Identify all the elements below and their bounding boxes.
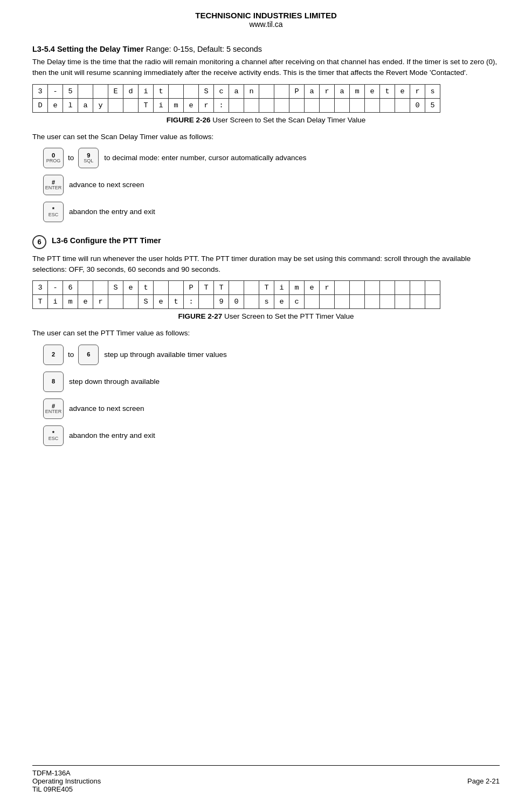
l35-lcd-display: 3 - 5 E d i t S c a n P a r a (32, 84, 440, 113)
l35-body1: The Delay time is the time that the radi… (32, 57, 500, 79)
key-prog-label: PROG (46, 159, 61, 164)
l35-heading: L3-5.4 Setting the Delay Timer Range: 0-… (32, 45, 500, 53)
footer-left: TDFM-136A Operating Instructions TiL 09R… (32, 769, 101, 793)
key-esc-label: ESC (49, 212, 59, 218)
key-2[interactable]: 2 (43, 345, 64, 365)
section-l36: 6 L3-6 Configure the PTT Timer The PTT t… (32, 235, 500, 446)
key-8-label: 8 (52, 378, 55, 384)
footer-page: Page 2-21 (467, 777, 500, 785)
l35-figure-text: User Screen to Set the Scan Delay Timer … (210, 116, 365, 124)
lcd-row2: D e l a y T i m e r : (33, 98, 440, 112)
l36-star-desc: abandon the entry and exit (69, 431, 155, 439)
lcd-row1: 3 - 5 E d i t S c a n P a r a (33, 84, 440, 98)
key-0-prog[interactable]: 0 PROG (43, 148, 64, 168)
l36-key-row-star: * ESC abandon the entry and exit (43, 425, 500, 446)
l36-key-star-esc[interactable]: * ESC (43, 425, 64, 446)
page-footer: TDFM-136A Operating Instructions TiL 09R… (32, 765, 500, 793)
l35-figure-caption: FIGURE 2-26 User Screen to Set the Scan … (32, 116, 500, 124)
l35-key-row-hash: # ENTER advance to next screen (43, 175, 500, 195)
lcd-row2: T i m e r S e t : 9 0 s e c (33, 295, 440, 309)
key-enter-label: ENTER (45, 185, 62, 191)
key-2-label: 2 (52, 351, 55, 358)
l36-figure-caption: FIGURE 2-27 User Screen to Set the PTT T… (32, 312, 500, 320)
l36-key-hash-enter[interactable]: # ENTER (43, 398, 64, 419)
l36-key-enter-label: ENTER (45, 409, 62, 415)
key-sql-label: SQL (84, 159, 93, 164)
l36-key-star-label: * (52, 430, 54, 436)
lcd-row1: 3 - 6 S e t P T T T i m e r (33, 281, 440, 295)
to-text-1: to (68, 154, 74, 162)
l36-user-can-set: The user can set the PTT Timer value as … (32, 328, 500, 339)
l36-heading: L3-6 Configure the PTT Timer (52, 236, 161, 245)
company-name: TECHNISONIC INDUSTRIES LIMITED (32, 11, 500, 20)
l36-body1: The PTT time will run whenever the user … (32, 253, 500, 276)
l36-circle-num: 6 (32, 235, 46, 249)
website: www.til.ca (32, 20, 500, 29)
key-star-esc[interactable]: * ESC (43, 202, 64, 222)
footer-part: TiL 09RE405 (32, 785, 101, 793)
key-6-label: 6 (87, 351, 90, 358)
l36-key-row-8: 8 step down through available (43, 372, 500, 392)
l36-key-hash-label: # (52, 403, 55, 409)
key-6[interactable]: 6 (78, 345, 99, 365)
footer-model: TDFM-136A (32, 769, 101, 777)
l36-figure-label: FIGURE 2-27 (178, 312, 223, 320)
l36-key-row-2-6: 2 to 6 step up through available timer v… (43, 345, 500, 365)
l35-heading-normal: Range: 0-15s, Default: 5 seconds (144, 45, 262, 53)
l36-figure-text: User Screen to Set the PTT Timer Value (222, 312, 354, 320)
section-l35: L3-5.4 Setting the Delay Timer Range: 0-… (32, 45, 500, 222)
l35-figure-label: FIGURE 2-26 (167, 116, 211, 124)
key-8[interactable]: 8 (43, 372, 64, 392)
l36-key-row-hash: # ENTER advance to next screen (43, 398, 500, 419)
l35-key-row-0-9: 0 PROG to 9 SQL to decimal mode: enter n… (43, 148, 500, 168)
l36-key-esc-label: ESC (49, 436, 59, 442)
l35-key-0-9-desc: to decimal mode: enter number, cursor au… (104, 154, 306, 162)
key-hash-enter[interactable]: # ENTER (43, 175, 64, 195)
l35-star-desc: abandon the entry and exit (69, 208, 155, 216)
l35-user-can-set: The user can set the Scan Delay Timer va… (32, 132, 500, 142)
l36-hash-desc: advance to next screen (69, 404, 144, 413)
page-header: TECHNISONIC INDUSTRIES LIMITED www.til.c… (32, 11, 500, 29)
to-text-2: to (68, 351, 74, 359)
l36-key-2-6-desc: step up through available timer values (104, 351, 226, 359)
key-9-sql[interactable]: 9 SQL (78, 148, 99, 168)
l35-hash-desc: advance to next screen (69, 181, 144, 189)
l35-key-row-star: * ESC abandon the entry and exit (43, 202, 500, 222)
footer-doc: Operating Instructions (32, 777, 101, 785)
l36-heading-row: 6 L3-6 Configure the PTT Timer (32, 235, 500, 249)
l36-key-8-desc: step down through available (69, 377, 160, 386)
l36-lcd-display: 3 - 6 S e t P T T T i m e r (32, 280, 440, 309)
l35-heading-bold: L3-5.4 Setting the Delay Timer (32, 45, 144, 53)
